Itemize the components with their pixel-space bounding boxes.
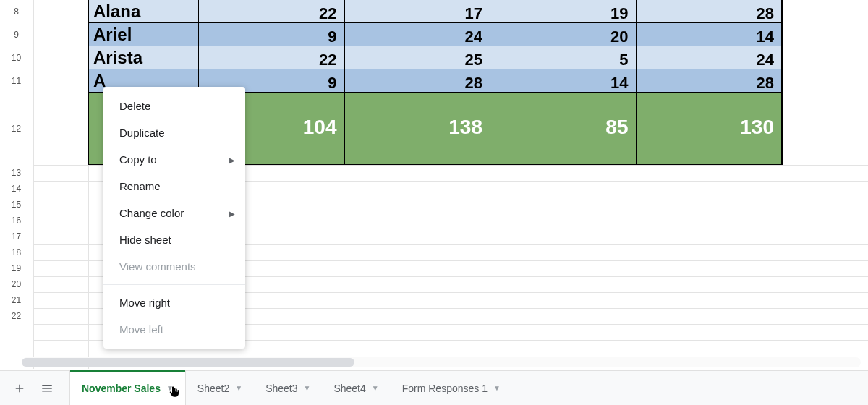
row-header-8[interactable]: 8 [0,0,33,23]
data-row-8[interactable]: Alana 22 17 19 28 [88,0,783,23]
cell-total[interactable]: 138 [345,93,491,164]
row-header-11[interactable]: 11 [0,69,33,93]
cell[interactable]: 9 [199,23,345,46]
sheet-tab-context-menu: Delete Duplicate Copy to▶ Rename Change … [103,87,245,349]
cell[interactable]: 17 [345,0,491,22]
sheet-tab-active[interactable]: November Sales ▼ [69,371,186,406]
row-header-12[interactable]: 12 [0,93,33,165]
row-header-22[interactable]: 22 [0,308,33,324]
data-row-9[interactable]: Ariel 9 24 20 14 [88,22,783,46]
menu-move-left: Move left [103,316,245,343]
row-header-20[interactable]: 20 [0,276,33,292]
cell[interactable]: 24 [345,23,491,46]
cell[interactable]: 20 [490,23,637,46]
sheet-tab[interactable]: Sheet2 ▼ [186,371,254,406]
chevron-down-icon[interactable]: ▼ [493,384,501,392]
cell-total[interactable]: 130 [637,93,783,164]
cell-name[interactable]: Arista [89,46,199,69]
cell[interactable]: 28 [345,69,491,92]
chevron-down-icon[interactable]: ▼ [372,384,379,392]
chevron-right-icon: ▶ [229,155,235,163]
row-header-10[interactable]: 10 [0,46,33,69]
sheet-tab[interactable]: Sheet3 ▼ [254,371,322,406]
add-sheet-button[interactable] [6,375,33,402]
cell[interactable]: 19 [490,0,637,22]
sheet-tab-label: Sheet2 [197,383,229,394]
all-sheets-button[interactable] [33,375,61,402]
sheet-tab-label: Form Responses 1 [402,383,488,394]
row-header-15[interactable]: 15 [0,197,33,213]
cell-total[interactable]: 85 [490,93,637,164]
row-header-18[interactable]: 18 [0,244,33,260]
cell[interactable]: 25 [345,46,491,69]
menu-change-color[interactable]: Change color▶ [103,200,245,226]
sheet-tab[interactable]: Form Responses 1 ▼ [391,371,512,406]
cell[interactable]: 28 [637,69,783,92]
sheet-tab-label: November Sales [82,383,161,394]
row-header-14[interactable]: 14 [0,181,33,197]
sheet-tab-bar: November Sales ▼ Sheet2 ▼ Sheet3 ▼ Sheet… [0,370,868,405]
chevron-down-icon[interactable]: ▼ [304,384,311,392]
menu-hide-sheet[interactable]: Hide sheet [103,226,245,253]
menu-view-comments: View comments [103,253,245,280]
cell[interactable]: 5 [490,46,637,69]
row-header-17[interactable]: 17 [0,229,33,244]
spreadsheet-grid[interactable]: 8 9 10 11 12 13 14 15 16 17 18 19 20 21 … [0,0,868,369]
sheet-tab-label: Sheet3 [265,383,297,394]
menu-delete[interactable]: Delete [103,93,245,119]
menu-separator [103,284,245,285]
row-header-16[interactable]: 16 [0,213,33,229]
data-row-10[interactable]: Arista 22 25 5 24 [88,46,783,69]
cell-name[interactable]: Ariel [89,23,199,46]
row-header-9[interactable]: 9 [0,23,33,46]
row-header-19[interactable]: 19 [0,260,33,276]
row-header-13[interactable]: 13 [0,165,33,181]
chevron-right-icon: ▶ [229,209,235,217]
menu-copy-to[interactable]: Copy to▶ [103,146,245,173]
cell[interactable]: 14 [637,23,783,46]
menu-icon [41,382,54,395]
chevron-down-icon[interactable]: ▼ [166,384,174,392]
chevron-down-icon[interactable]: ▼ [235,384,242,392]
cell[interactable]: 24 [637,46,783,69]
menu-rename[interactable]: Rename [103,173,245,200]
horizontal-scrollbar[interactable] [22,357,861,367]
sheet-tab-label: Sheet4 [333,383,365,394]
cell[interactable]: 14 [490,69,637,92]
sheet-tab[interactable]: Sheet4 ▼ [322,371,390,406]
menu-move-right[interactable]: Move right [103,289,245,316]
cell-name[interactable]: Alana [89,0,199,22]
cell[interactable]: 28 [637,0,783,22]
scrollbar-thumb[interactable] [22,358,354,367]
cell[interactable]: 22 [199,0,345,22]
menu-duplicate[interactable]: Duplicate [103,119,245,146]
cell[interactable]: 22 [199,46,345,69]
cursor-pointer-icon [168,385,181,398]
row-header-21[interactable]: 21 [0,292,33,308]
plus-icon [13,382,26,395]
